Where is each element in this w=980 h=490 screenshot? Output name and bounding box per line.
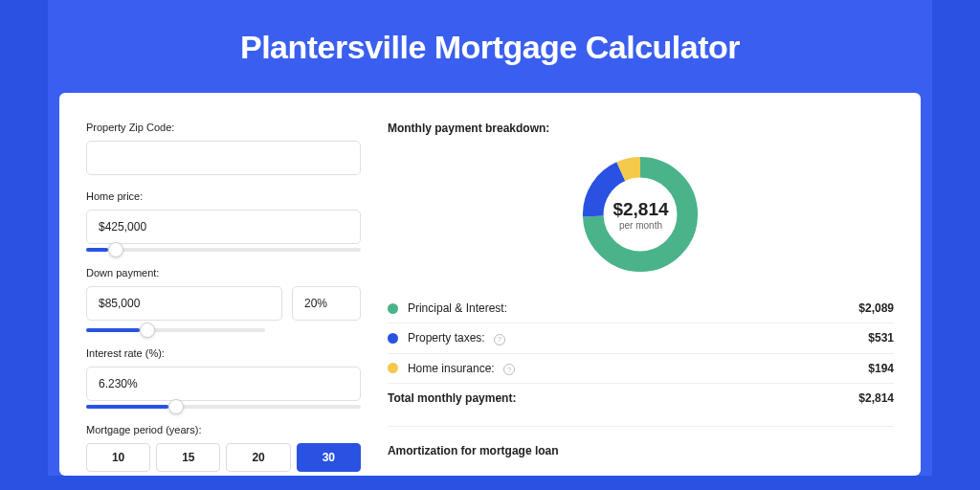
- price-slider[interactable]: [86, 248, 361, 252]
- breakdown-row-insurance: Home insurance: ? $194: [388, 354, 894, 385]
- total-value: $2,814: [858, 391, 894, 405]
- rate-label: Interest rate (%):: [86, 347, 361, 359]
- row-value: $531: [868, 331, 894, 345]
- breakdown-row-taxes: Property taxes: ? $531: [388, 323, 894, 354]
- dot-icon: [388, 303, 398, 314]
- breakdown-row-pi: Principal & Interest: $2,089: [388, 294, 894, 323]
- calculator-card: Property Zip Code: Home price: Down paym…: [59, 93, 921, 476]
- period-option-10[interactable]: 10: [86, 443, 150, 472]
- price-label: Home price:: [86, 190, 361, 202]
- rate-input[interactable]: [86, 367, 361, 401]
- period-option-15[interactable]: 15: [156, 443, 220, 472]
- breakdown-panel: Monthly payment breakdown: $2,814 per mo…: [388, 122, 894, 447]
- donut-per-month: per month: [619, 220, 662, 231]
- down-label: Down payment:: [86, 267, 361, 278]
- page-inner: Plantersville Mortgage Calculator Proper…: [48, 0, 932, 476]
- breakdown-title: Monthly payment breakdown:: [388, 122, 894, 135]
- period-label: Mortgage period (years):: [86, 424, 361, 435]
- period-option-30[interactable]: 30: [297, 443, 361, 472]
- row-value: $2,089: [858, 301, 894, 315]
- amortization-title: Amortization for mortgage loan: [388, 444, 894, 457]
- breakdown-row-total: Total monthly payment: $2,814: [388, 384, 894, 412]
- period-option-20[interactable]: 20: [226, 443, 290, 472]
- page-outer: Plantersville Mortgage Calculator Proper…: [0, 0, 980, 476]
- down-slider[interactable]: [86, 328, 265, 332]
- row-label: Property taxes: ?: [408, 331, 868, 345]
- donut-chart: $2,814 per month: [578, 152, 702, 277]
- donut-chart-wrap: $2,814 per month: [388, 152, 894, 277]
- amortization-section: Amortization for mortgage loan Amortizat…: [388, 426, 894, 476]
- row-label: Home insurance: ?: [408, 362, 868, 376]
- total-label: Total monthly payment:: [388, 391, 858, 405]
- rate-slider[interactable]: [86, 405, 361, 409]
- down-amount-input[interactable]: [86, 286, 282, 321]
- period-button-group: 10 15 20 30: [86, 443, 361, 472]
- zip-input[interactable]: [86, 141, 361, 175]
- amortization-text: Amortization for a mortgage loan refers …: [388, 475, 894, 476]
- price-input[interactable]: [86, 210, 361, 244]
- dot-icon: [388, 333, 398, 344]
- down-percent-input[interactable]: [292, 286, 361, 321]
- donut-amount: $2,814: [612, 199, 668, 220]
- row-value: $194: [868, 362, 894, 375]
- donut-center: $2,814 per month: [578, 152, 702, 277]
- info-icon[interactable]: ?: [503, 364, 515, 375]
- zip-label: Property Zip Code:: [86, 122, 361, 133]
- dot-icon: [388, 363, 398, 373]
- form-panel: Property Zip Code: Home price: Down paym…: [86, 122, 361, 447]
- row-label: Principal & Interest:: [408, 301, 858, 315]
- page-title: Plantersville Mortgage Calculator: [48, 29, 932, 66]
- info-icon[interactable]: ?: [494, 334, 505, 345]
